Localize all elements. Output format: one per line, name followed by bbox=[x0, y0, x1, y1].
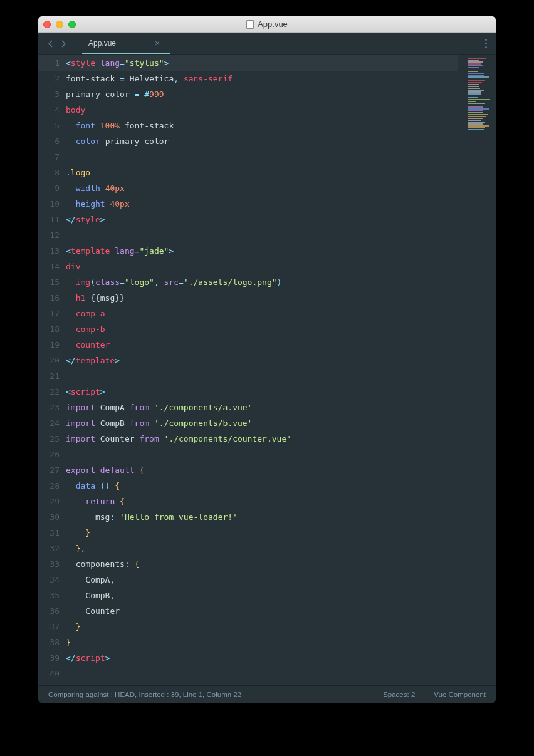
code-line[interactable]: components: { bbox=[66, 556, 458, 572]
code-line[interactable] bbox=[66, 149, 458, 165]
code-line[interactable]: export default { bbox=[66, 462, 458, 478]
tab-bar: App.vue × bbox=[38, 33, 496, 55]
line-number: 36 bbox=[38, 603, 60, 619]
code-line[interactable]: comp-b bbox=[66, 321, 458, 337]
code-line[interactable] bbox=[66, 368, 458, 384]
close-tab-icon[interactable]: × bbox=[154, 37, 161, 49]
status-bar: Comparing against : HEAD, Inserted : 39,… bbox=[38, 685, 496, 703]
line-number: 40 bbox=[38, 666, 60, 681]
line-number: 16 bbox=[38, 290, 60, 306]
code-area[interactable]: <style lang="stylus">font-stack = Helvet… bbox=[66, 55, 496, 685]
code-line[interactable]: body bbox=[66, 102, 458, 118]
nav-forward-button[interactable] bbox=[57, 38, 70, 50]
code-line[interactable]: import CompB from './components/b.vue' bbox=[66, 415, 458, 431]
line-number: 14 bbox=[38, 259, 60, 274]
code-line[interactable]: <style lang="stylus"> bbox=[38, 55, 458, 71]
code-line[interactable] bbox=[66, 227, 458, 243]
minimize-window-button[interactable] bbox=[56, 21, 63, 28]
code-line[interactable]: height 40px bbox=[66, 196, 458, 212]
status-left: Comparing against : HEAD, Inserted : 39,… bbox=[48, 691, 241, 698]
code-line[interactable]: primary-color = #999 bbox=[66, 86, 458, 102]
code-line[interactable]: }, bbox=[66, 541, 458, 556]
line-number: 3 bbox=[38, 86, 60, 102]
line-number: 18 bbox=[38, 321, 60, 337]
code-line[interactable]: .logo bbox=[66, 165, 458, 180]
line-number: 23 bbox=[38, 400, 60, 415]
line-number: 15 bbox=[38, 274, 60, 290]
titlebar: App.vue bbox=[38, 16, 496, 33]
line-number: 35 bbox=[38, 588, 60, 603]
editor-window: App.vue App.vue × 1234567891011121314151… bbox=[38, 16, 496, 703]
file-icon bbox=[246, 20, 254, 29]
line-number: 27 bbox=[38, 462, 60, 478]
tab-app-vue[interactable]: App.vue × bbox=[82, 33, 170, 54]
line-number: 25 bbox=[38, 431, 60, 447]
code-line[interactable]: return { bbox=[66, 494, 458, 509]
line-number: 28 bbox=[38, 478, 60, 494]
code-line[interactable]: CompB, bbox=[66, 588, 458, 603]
status-language[interactable]: Vue Component bbox=[434, 691, 486, 698]
line-number: 37 bbox=[38, 619, 60, 634]
code-line[interactable]: import CompA from './components/a.vue' bbox=[66, 400, 458, 415]
line-number: 17 bbox=[38, 306, 60, 321]
line-number: 21 bbox=[38, 368, 60, 384]
line-number: 38 bbox=[38, 634, 60, 650]
close-window-button[interactable] bbox=[43, 21, 51, 28]
code-line[interactable]: import Counter from './components/counte… bbox=[66, 431, 458, 447]
line-number: 39 bbox=[38, 650, 60, 666]
line-number: 9 bbox=[38, 180, 60, 196]
traffic-lights bbox=[43, 21, 76, 28]
code-line[interactable]: </template> bbox=[66, 353, 458, 368]
minimap[interactable] bbox=[468, 58, 493, 131]
more-options-icon[interactable] bbox=[485, 39, 487, 48]
code-line[interactable]: h1 {{msg}} bbox=[66, 290, 458, 306]
code-line[interactable]: </style> bbox=[66, 212, 458, 227]
nav-back-button[interactable] bbox=[45, 38, 57, 50]
line-number: 4 bbox=[38, 102, 60, 118]
status-indent[interactable]: Spaces: 2 bbox=[383, 691, 415, 698]
line-number: 29 bbox=[38, 494, 60, 509]
line-number: 12 bbox=[38, 227, 60, 243]
line-number: 2 bbox=[38, 71, 60, 86]
line-number: 19 bbox=[38, 337, 60, 353]
line-number: 20 bbox=[38, 353, 60, 368]
code-line[interactable]: } bbox=[66, 634, 458, 650]
line-number: 22 bbox=[38, 384, 60, 400]
code-line[interactable]: counter bbox=[66, 337, 458, 353]
line-number: 34 bbox=[38, 572, 60, 588]
line-number: 31 bbox=[38, 525, 60, 541]
line-number: 26 bbox=[38, 447, 60, 462]
code-line[interactable]: } bbox=[66, 525, 458, 541]
code-line[interactable]: color primary-color bbox=[66, 133, 458, 149]
code-line[interactable] bbox=[66, 666, 458, 681]
code-line[interactable]: CompA, bbox=[66, 572, 458, 588]
line-number: 13 bbox=[38, 243, 60, 259]
code-line[interactable]: Counter bbox=[66, 603, 458, 619]
line-number: 10 bbox=[38, 196, 60, 212]
code-line[interactable]: <template lang="jade"> bbox=[66, 243, 458, 259]
code-line[interactable]: div bbox=[66, 259, 458, 274]
line-number: 7 bbox=[38, 149, 60, 165]
code-line[interactable]: msg: 'Hello from vue-loader!' bbox=[66, 509, 458, 525]
code-line[interactable]: img(class="logo", src="./assets/logo.png… bbox=[66, 274, 458, 290]
code-line[interactable]: width 40px bbox=[66, 180, 458, 196]
window-title: App.vue bbox=[38, 19, 496, 29]
code-line[interactable]: <script> bbox=[66, 384, 458, 400]
code-line[interactable]: } bbox=[66, 619, 458, 634]
line-number: 24 bbox=[38, 415, 60, 431]
code-line[interactable]: data () { bbox=[66, 478, 458, 494]
line-number: 33 bbox=[38, 556, 60, 572]
code-line[interactable]: font-stack = Helvetica, sans-serif bbox=[66, 71, 458, 86]
code-line[interactable]: comp-a bbox=[66, 306, 458, 321]
window-title-text: App.vue bbox=[258, 19, 288, 29]
code-line[interactable] bbox=[66, 447, 458, 462]
line-number: 30 bbox=[38, 509, 60, 525]
line-number: 11 bbox=[38, 212, 60, 227]
line-number: 8 bbox=[38, 165, 60, 180]
code-line[interactable]: </script> bbox=[66, 650, 458, 666]
code-editor[interactable]: 1234567891011121314151617181920212223242… bbox=[38, 55, 496, 685]
line-number: 5 bbox=[38, 118, 60, 133]
line-number: 32 bbox=[38, 541, 60, 556]
zoom-window-button[interactable] bbox=[68, 21, 76, 28]
code-line[interactable]: font 100% font-stack bbox=[66, 118, 458, 133]
